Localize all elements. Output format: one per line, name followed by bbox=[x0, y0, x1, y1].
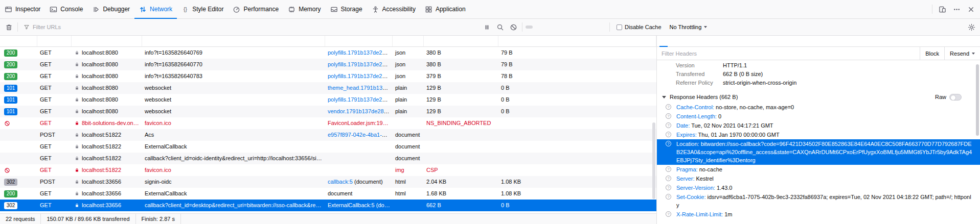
inspector-icon bbox=[5, 6, 12, 13]
block-button[interactable]: Block bbox=[920, 47, 944, 60]
tab-memory[interactable]: Memory bbox=[283, 0, 325, 18]
tab-debugger[interactable]: Debugger bbox=[87, 0, 134, 18]
column-header-type[interactable] bbox=[393, 36, 424, 46]
responsive-design-mode-button[interactable] bbox=[936, 3, 949, 16]
detail-tab-stack-trace[interactable] bbox=[710, 36, 720, 46]
column-header-transferred[interactable] bbox=[424, 36, 498, 46]
tab-application[interactable]: Application bbox=[420, 0, 470, 18]
request-row[interactable]: 101 GET localhost:8080 websocket vendor.… bbox=[0, 106, 656, 117]
filter-xhr[interactable] bbox=[558, 26, 565, 29]
request-row[interactable]: 200 GET localhost:8080 info?t=1635826640… bbox=[0, 59, 656, 70]
status-cell: 200 bbox=[0, 188, 37, 200]
initiator-link[interactable]: polyfills.1791b137de281b787… bbox=[328, 73, 393, 79]
detail-tab-headers[interactable] bbox=[658, 36, 669, 46]
raw-toggle[interactable] bbox=[949, 94, 962, 101]
response-header-date[interactable]: DateTue, 02 Nov 2021 04:17:21 GMT bbox=[657, 121, 980, 130]
size-cell bbox=[498, 141, 656, 153]
toolbar-separator bbox=[17, 22, 18, 32]
summary-row: Transferred 662 B (0 B size) bbox=[657, 70, 980, 79]
response-header-location[interactable]: Locationbitwarden://sso-callback?code=96… bbox=[657, 139, 980, 165]
request-row[interactable]: GET localhost:51822 favicon.ico img CSP bbox=[0, 164, 656, 176]
detail-tab-timings[interactable] bbox=[699, 36, 710, 46]
column-header-file[interactable] bbox=[142, 36, 325, 46]
initiator-link[interactable]: e957f897-042e-4ba1-aff1-… bbox=[328, 132, 393, 138]
tab-accessibility[interactable]: Accessibility bbox=[367, 0, 420, 18]
filter-other[interactable] bbox=[599, 26, 606, 29]
column-header-domain[interactable] bbox=[72, 36, 142, 46]
request-row[interactable]: POST localhost:51822 Acs e957f897-042e-4… bbox=[0, 129, 656, 141]
column-header-initiator[interactable] bbox=[325, 36, 393, 46]
request-blocking-button[interactable] bbox=[507, 20, 520, 34]
pause-traffic-button[interactable] bbox=[480, 20, 493, 34]
initiator-link[interactable]: ExternalCallback:5 bbox=[328, 202, 375, 208]
tab-style-editor[interactable]: Style Editor bbox=[177, 0, 228, 18]
request-row[interactable]: 101 GET localhost:8080 websocket polyfil… bbox=[0, 94, 656, 106]
resend-button[interactable]: Resend bbox=[944, 47, 980, 60]
tab-storage[interactable]: Storage bbox=[326, 0, 367, 18]
filter-headers-input[interactable] bbox=[657, 47, 920, 60]
tab-inspector[interactable]: Inspector bbox=[0, 0, 45, 18]
request-row[interactable]: GET localhost:51822 callback?client_id=o… bbox=[0, 153, 656, 164]
request-row[interactable]: 302 POST localhost:33656 signin-oidc cal… bbox=[0, 176, 656, 188]
throttling-dropdown[interactable]: No Throttling bbox=[666, 22, 711, 32]
response-header-server[interactable]: ServerKestrel bbox=[657, 174, 980, 183]
request-row[interactable]: 200 GET localhost:8080 info?t=1635826640… bbox=[0, 47, 656, 59]
initiator-link[interactable]: vendor.1791b137de281b787… bbox=[328, 108, 393, 114]
lock-icon bbox=[74, 132, 80, 138]
response-header-content-length[interactable]: Content-Length0 bbox=[657, 112, 980, 121]
tab-network[interactable]: Network bbox=[134, 0, 177, 18]
clear-requests-button[interactable] bbox=[2, 20, 15, 34]
disable-cache-toggle[interactable]: Disable Cache bbox=[617, 24, 662, 30]
request-row[interactable]: 302 GET localhost:33656 callback?client_… bbox=[0, 200, 656, 211]
response-header-expires[interactable]: ExpiresThu, 01 Jan 1970 00:00:00 GMT bbox=[657, 130, 980, 139]
network-settings-button[interactable] bbox=[965, 20, 978, 34]
details-scrollbar[interactable] bbox=[976, 64, 979, 136]
response-header-x-rate-limit-limit[interactable]: X-Rate-Limit-Limit1m bbox=[657, 210, 980, 219]
request-list-scrollbar[interactable] bbox=[652, 122, 655, 199]
filter-ws[interactable] bbox=[591, 26, 598, 29]
response-header-server-version[interactable]: Server-Version1.43.0 bbox=[657, 183, 980, 192]
disable-cache-checkbox[interactable] bbox=[617, 24, 622, 30]
response-header-set-cookie[interactable]: Set-Cookieidsrv=adf6cba1-7075-402b-9ec3-… bbox=[657, 192, 980, 210]
request-row[interactable]: 200 GET localhost:33656 ExternalCallback… bbox=[0, 188, 656, 200]
search-requests-button[interactable] bbox=[493, 20, 507, 34]
method-cell: GET bbox=[37, 141, 72, 153]
request-row[interactable]: 200 GET localhost:8080 info?t=1635826640… bbox=[0, 70, 656, 82]
initiator-link[interactable]: polyfills.1791b137de281b787… bbox=[328, 96, 393, 103]
filter-html[interactable] bbox=[534, 26, 541, 29]
filter-images[interactable] bbox=[575, 26, 582, 29]
detail-tab-request[interactable] bbox=[679, 36, 689, 46]
filter-all[interactable] bbox=[526, 26, 533, 29]
detail-tab-cookies[interactable] bbox=[669, 36, 679, 46]
devtools-menu-button[interactable] bbox=[950, 3, 963, 16]
column-header-size[interactable] bbox=[498, 36, 656, 46]
column-header-status[interactable] bbox=[0, 36, 37, 46]
filter-js[interactable] bbox=[550, 26, 557, 29]
storage-icon bbox=[330, 6, 338, 13]
tab-performance[interactable]: Performance bbox=[228, 0, 283, 18]
request-row[interactable]: GET 8bit-solutions-dev.onelogin… favicon… bbox=[0, 117, 656, 129]
status-badge: 200 bbox=[4, 49, 17, 57]
type-cell: document bbox=[393, 129, 424, 141]
chevron-down-icon bbox=[972, 53, 975, 55]
domain-text: localhost:8080 bbox=[82, 59, 118, 70]
initiator-link[interactable]: callback:5 bbox=[328, 179, 353, 185]
column-header-method[interactable] bbox=[37, 36, 72, 46]
filter-media[interactable] bbox=[583, 26, 590, 29]
initiator-link[interactable]: polyfills.1791b137de281b787… bbox=[328, 49, 393, 56]
response-headers-section-header[interactable]: Response Headers (662 B) Raw bbox=[657, 91, 980, 103]
filter-urls-input[interactable] bbox=[33, 24, 480, 30]
domain-cell: localhost:8080 bbox=[72, 47, 142, 59]
tab-console[interactable]: Console bbox=[45, 0, 87, 18]
initiator-link[interactable]: theme_head.1791b137de281… bbox=[328, 85, 393, 91]
detail-tab-response[interactable] bbox=[689, 36, 699, 46]
response-header-pragma[interactable]: Pragmano-cache bbox=[657, 165, 980, 174]
request-row[interactable]: GET localhost:51822 ExternalCallback doc… bbox=[0, 141, 656, 153]
request-row[interactable]: 101 GET localhost:8080 websocket theme_h… bbox=[0, 82, 656, 94]
filter-css[interactable] bbox=[542, 26, 549, 29]
initiator-link[interactable]: polyfills.1791b137de281b787… bbox=[328, 61, 393, 67]
filter-fonts[interactable] bbox=[566, 26, 574, 29]
close-devtools-button[interactable] bbox=[964, 3, 977, 16]
transferred-cell bbox=[424, 141, 498, 153]
response-header-cache-control[interactable]: Cache-Controlno-store, no-cache, max-age… bbox=[657, 103, 980, 112]
